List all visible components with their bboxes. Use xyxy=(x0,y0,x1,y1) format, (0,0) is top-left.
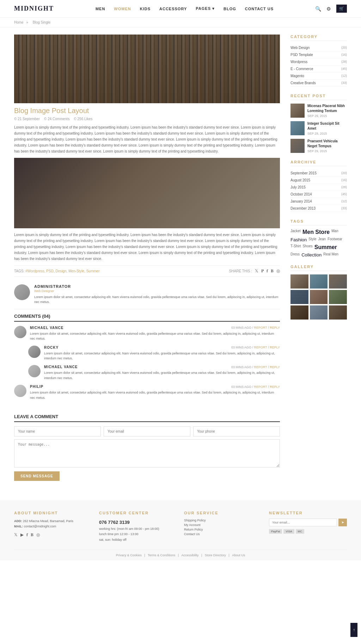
search-icon[interactable]: 🔍 xyxy=(315,6,321,12)
footer-youtube-icon[interactable]: ▶ xyxy=(20,532,24,537)
blog-second-image xyxy=(14,158,280,228)
recent-post-title-1[interactable]: Micenas Placerat Nibh Loreming Tentum xyxy=(307,104,347,113)
tag-footwear[interactable]: Footwear xyxy=(328,237,342,242)
breadcrumb-separator: » xyxy=(26,20,28,24)
gallery-thumb-5[interactable] xyxy=(310,290,328,304)
gallery-thumb-1[interactable] xyxy=(290,274,308,289)
gallery-thumb-6[interactable] xyxy=(329,290,347,304)
archive-item-2[interactable]: August 2015 (16) xyxy=(290,177,347,184)
recent-post-thumb-3 xyxy=(290,139,305,153)
nav-kids[interactable]: KIDS xyxy=(140,7,151,11)
footer-social-icons: 𝕏 ▶ 𝐟 𝐁 ◎ xyxy=(14,532,92,537)
archive-item-1[interactable]: September 2015 (20) xyxy=(290,170,347,177)
footer-sat-sun: sat, sun: holiday off xyxy=(99,537,177,543)
comment-email-input[interactable] xyxy=(104,426,190,436)
footer-instagram-icon[interactable]: ◎ xyxy=(36,532,40,537)
facebook-icon[interactable]: 𝐟 xyxy=(267,268,268,273)
gallery-thumb-4[interactable] xyxy=(290,290,308,304)
comment-name-input[interactable] xyxy=(14,426,101,436)
comment-report-1[interactable]: REPORT xyxy=(254,326,267,329)
footer-facebook-icon[interactable]: 𝐟 xyxy=(26,532,28,537)
tag-tshirt[interactable]: T-Shirt xyxy=(290,244,301,250)
comment-message-input[interactable] xyxy=(14,439,280,467)
send-message-button[interactable]: SEND MESSAGE xyxy=(14,471,60,481)
comment-body-1: MICHAEL VANCE 03 MINS AGO / REPORT / REP… xyxy=(30,326,280,341)
footer-about-link[interactable]: About Us xyxy=(232,553,245,557)
comment-reply-2[interactable]: REPLY xyxy=(270,346,280,349)
category-item-5[interactable]: Magento (12) xyxy=(290,73,347,80)
nav-blog[interactable]: BLOG xyxy=(224,7,236,11)
tag-man[interactable]: Man xyxy=(331,229,338,235)
recent-post-title-3[interactable]: Praesent Vehicula Neget Tempus xyxy=(307,139,347,149)
recent-post-2: Integer Suscipit Sit Amet SEP 29, 2015 xyxy=(290,121,347,135)
tag-shoes[interactable]: Shoes xyxy=(302,244,312,250)
comment-reply-3[interactable]: REPLY xyxy=(270,365,280,369)
tag-summer[interactable]: Summer xyxy=(314,244,337,250)
category-item-2[interactable]: PSD Template (16) xyxy=(290,51,347,58)
gallery-thumb-2[interactable] xyxy=(310,274,328,289)
tag-jean[interactable]: Jean xyxy=(318,237,326,242)
category-item-4[interactable]: E - Commerce (45) xyxy=(290,66,347,73)
archive-item-5[interactable]: January 2014 (12) xyxy=(290,198,347,205)
footer-accessibility-link[interactable]: Accessibility xyxy=(181,553,198,557)
nav-men[interactable]: MEN xyxy=(96,7,105,11)
footer-behance-icon[interactable]: 𝐁 xyxy=(31,532,33,537)
site-footer: ABOUT MIDNIGHT ADD: 262 Mlacna Mead, Bar… xyxy=(0,500,361,561)
category-item-3[interactable]: Wordpress (28) xyxy=(290,58,347,66)
blog-main-image xyxy=(14,35,280,103)
recent-post-info-1: Micenas Placerat Nibh Loreming Tentum SE… xyxy=(307,104,347,118)
gallery-thumb-9[interactable] xyxy=(329,305,347,320)
comments-title: COMMENTS (04) xyxy=(14,314,280,322)
tag-style[interactable]: Style xyxy=(308,237,316,242)
tag-men-store[interactable]: Men Store xyxy=(302,229,330,235)
tag-jacket[interactable]: Jacket xyxy=(290,229,301,235)
newsletter-email-input[interactable] xyxy=(269,519,337,526)
gallery-thumb-7[interactable] xyxy=(290,305,308,320)
comment-report-2[interactable]: REPORT xyxy=(254,346,267,349)
site-logo[interactable]: MIDNIGHT xyxy=(14,5,54,12)
archive-item-4[interactable]: October 2014 (45) xyxy=(290,191,347,198)
cart-icon[interactable]: 🛒 xyxy=(336,5,347,13)
comment-phone-input[interactable] xyxy=(193,426,280,436)
pinterest-icon[interactable]: 𝐏 xyxy=(261,268,264,273)
comment-reply-1[interactable]: REPLY xyxy=(270,326,280,329)
footer-terms-link[interactable]: Terms & Conditions xyxy=(148,553,175,557)
category-item-6[interactable]: Creative Brands (33) xyxy=(290,80,347,87)
tag-real-men[interactable]: Real Men xyxy=(323,252,338,258)
footer-service-link-4[interactable]: Contact Us xyxy=(184,532,262,536)
comment-reply-4[interactable]: REPLY xyxy=(270,385,280,389)
nav-contact[interactable]: CONTACT US xyxy=(245,7,274,11)
post-meta: 21 September 24 Comments 256 Likes xyxy=(14,117,280,121)
recent-post-date-3: SEP 29, 2015 xyxy=(307,149,347,153)
nav-women[interactable]: WOMEN xyxy=(114,7,131,11)
recent-post-title-2[interactable]: Integer Suscipit Sit Amet xyxy=(307,121,347,131)
footer-twitter-icon[interactable]: 𝕏 xyxy=(14,532,18,537)
settings-icon[interactable]: ⚙ xyxy=(326,6,331,12)
gallery-thumb-3[interactable] xyxy=(329,274,347,289)
comment-actions-3: 03 MINS AGO / REPORT / REPLY xyxy=(231,365,280,369)
tag-dress[interactable]: Dress xyxy=(290,252,300,258)
tag-fashion[interactable]: Fashion xyxy=(290,237,307,242)
category-item-1[interactable]: Web Design (20) xyxy=(290,44,347,51)
footer-privacy-link[interactable]: Privacy & Cookies xyxy=(116,553,142,557)
footer-service-link-1[interactable]: Shipping Policy xyxy=(184,519,262,522)
tags-links[interactable]: #Wordpress, PSD, Design, Men-Style, Summ… xyxy=(25,269,99,273)
footer-service-link-2[interactable]: My Account xyxy=(184,523,262,527)
archive-item-3[interactable]: July 2015 (28) xyxy=(290,184,347,191)
comment-report-4[interactable]: REPORT xyxy=(254,385,267,389)
newsletter-send-button[interactable]: ➤ xyxy=(338,519,347,526)
archive-item-6[interactable]: December 2013 (33) xyxy=(290,205,347,212)
breadcrumb-home[interactable]: Home xyxy=(14,20,24,24)
nav-pages[interactable]: PAGES ▾ xyxy=(196,6,215,11)
nav-accessory[interactable]: ACCESSORY xyxy=(159,7,187,11)
tag-collection[interactable]: Collection xyxy=(301,252,322,258)
footer-store-directory-link[interactable]: Store Directory xyxy=(205,553,226,557)
footer-service-link-3[interactable]: Return Policy xyxy=(184,528,262,531)
comment-report-3[interactable]: REPORT xyxy=(254,365,267,369)
twitter-icon[interactable]: 𝕏 xyxy=(255,268,258,273)
behance-icon[interactable]: 𝐁 xyxy=(271,268,274,273)
comment-name-2: ROCKY xyxy=(44,346,59,349)
gallery-thumb-8[interactable] xyxy=(310,305,328,320)
footer-newsletter-title: NEWSLETTER xyxy=(269,511,347,515)
instagram-icon[interactable]: ◎ xyxy=(276,268,280,273)
